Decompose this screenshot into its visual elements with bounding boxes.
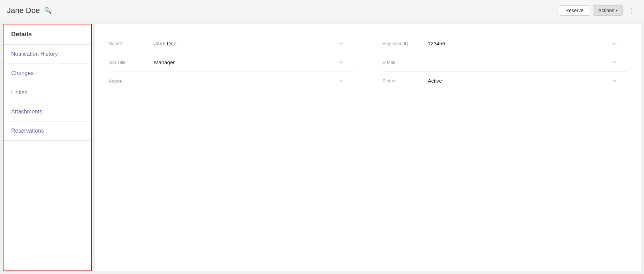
field-row-job-title: Job Title Manager ✏ xyxy=(109,53,354,72)
field-row-status: Status Active ✏ xyxy=(382,72,627,90)
edit-job-title-icon[interactable]: ✏ xyxy=(339,60,354,65)
fields-grid: Name* Jane Doe ✏ Job Title Manager ✏ Pho… xyxy=(109,34,627,90)
more-options-button[interactable]: ⋮ xyxy=(625,5,637,16)
field-label-employee-id: Employee ID xyxy=(382,41,428,46)
sidebar-item-notification-history[interactable]: Notification History xyxy=(3,45,91,64)
field-value-name: Jane Doe xyxy=(154,40,339,46)
page-title: Jane Doe xyxy=(7,6,40,15)
edit-phone-icon[interactable]: ✏ xyxy=(339,78,354,84)
field-label-name: Name* xyxy=(109,41,154,46)
edit-employee-id-icon[interactable]: ✏ xyxy=(613,41,627,46)
sidebar-item-details[interactable]: Details xyxy=(3,24,91,45)
actions-button[interactable]: Actions ▾ xyxy=(593,5,623,16)
sidebar: Details Notification History Changes Lin… xyxy=(3,24,92,271)
main-layout: Details Notification History Changes Lin… xyxy=(0,21,644,274)
edit-email-icon[interactable]: ✏ xyxy=(613,59,627,65)
left-column: Name* Jane Doe ✏ Job Title Manager ✏ Pho… xyxy=(109,34,368,90)
edit-status-icon[interactable]: ✏ xyxy=(613,78,627,84)
field-row-email: E-Mail ✏ xyxy=(382,53,627,72)
edit-name-icon[interactable]: ✏ xyxy=(339,41,354,46)
field-label-phone: Phone xyxy=(109,79,154,84)
reserve-button[interactable]: Reserve xyxy=(559,5,590,16)
field-row-name: Name* Jane Doe ✏ xyxy=(109,34,354,53)
field-label-email: E-Mail xyxy=(382,60,428,65)
sidebar-item-changes[interactable]: Changes xyxy=(3,64,91,83)
actions-label: Actions xyxy=(598,8,614,13)
sidebar-item-reservations[interactable]: Reservations xyxy=(3,121,91,141)
field-value-job-title: Manager xyxy=(154,59,339,65)
chevron-down-icon: ▾ xyxy=(616,8,617,12)
field-row-employee-id: Employee ID 123456 ✏ xyxy=(382,34,627,53)
field-value-status: Active xyxy=(428,78,613,84)
sidebar-item-linked[interactable]: Linked xyxy=(3,83,91,102)
search-icon[interactable]: 🔍 xyxy=(44,7,52,14)
field-value-employee-id: 123456 xyxy=(428,40,613,46)
field-row-phone: Phone ✏ xyxy=(109,72,354,90)
header: Jane Doe 🔍 Reserve Actions ▾ ⋮ xyxy=(0,0,644,21)
sidebar-item-attachments[interactable]: Attachments xyxy=(3,102,91,121)
header-actions: Reserve Actions ▾ ⋮ xyxy=(559,5,637,16)
content-area: Name* Jane Doe ✏ Job Title Manager ✏ Pho… xyxy=(95,24,641,271)
right-column: Employee ID 123456 ✏ E-Mail ✏ Status Act… xyxy=(368,34,627,90)
field-label-job-title: Job Title xyxy=(109,60,154,65)
field-label-status: Status xyxy=(382,78,428,83)
